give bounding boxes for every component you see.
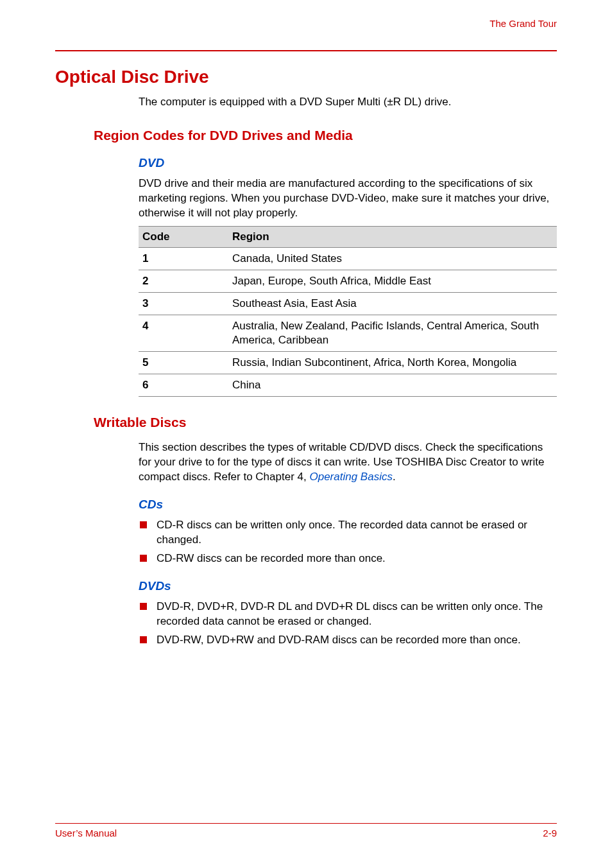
header-rule: [55, 50, 557, 51]
bullet-icon: [140, 521, 147, 528]
cell-code: 6: [139, 374, 228, 397]
heading-optical-disc-drive: Optical Disc Drive: [55, 67, 557, 87]
heading-writable-discs: Writable Discs: [94, 415, 557, 430]
cell-region: Russia, Indian Subcontinent, Africa, Nor…: [228, 352, 557, 374]
heading-region-codes: Region Codes for DVD Drives and Media: [94, 128, 557, 143]
table-row: 2 Japan, Europe, South Africa, Middle Ea…: [139, 270, 557, 292]
cell-code: 4: [139, 315, 228, 352]
table-row: 6 China: [139, 374, 557, 397]
cell-region: Australia, New Zealand, Pacific Islands,…: [228, 315, 557, 352]
cell-region: China: [228, 374, 557, 397]
page-header: The Grand Tour: [55, 18, 557, 37]
writable-paragraph: This section describes the types of writ…: [139, 440, 557, 485]
table-header-row: Code Region: [139, 226, 557, 247]
list-item-text: CD-RW discs can be recorded more than on…: [157, 552, 386, 564]
cell-region: Southeast Asia, East Asia: [228, 292, 557, 315]
cds-list: CD-R discs can be written only once. The…: [139, 518, 557, 566]
list-item: DVD-R, DVD+R, DVD-R DL and DVD+R DL disc…: [139, 600, 557, 629]
cell-code: 5: [139, 352, 228, 374]
list-item-text: CD-R discs can be written only once. The…: [157, 519, 527, 546]
link-operating-basics[interactable]: Operating Basics: [309, 471, 392, 483]
dvds-list: DVD-R, DVD+R, DVD-R DL and DVD+R DL disc…: [139, 600, 557, 648]
region-codes-table: Code Region 1 Canada, United States 2 Ja…: [139, 226, 557, 397]
col-code: Code: [139, 226, 228, 247]
page-footer: User’s Manual 2-9: [55, 823, 557, 838]
bullet-icon: [140, 603, 147, 610]
list-item-text: DVD-RW, DVD+RW and DVD-RAM discs can be …: [157, 634, 521, 646]
cell-region: Japan, Europe, South Africa, Middle East: [228, 270, 557, 292]
cell-code: 1: [139, 247, 228, 270]
list-item: DVD-RW, DVD+RW and DVD-RAM discs can be …: [139, 633, 557, 648]
footer-rule: [55, 823, 557, 824]
writable-text-post: .: [393, 471, 396, 483]
heading-dvds: DVDs: [139, 579, 557, 593]
cell-region: Canada, United States: [228, 247, 557, 270]
bullet-icon: [140, 636, 147, 643]
table-row: 4 Australia, New Zealand, Pacific Island…: [139, 315, 557, 352]
footer-left: User’s Manual: [55, 828, 117, 838]
col-region: Region: [228, 226, 557, 247]
table-row: 3 Southeast Asia, East Asia: [139, 292, 557, 315]
intro-paragraph: The computer is equipped with a DVD Supe…: [139, 95, 557, 110]
heading-cds: CDs: [139, 498, 557, 512]
bullet-icon: [140, 555, 147, 562]
list-item: CD-R discs can be written only once. The…: [139, 518, 557, 548]
cell-code: 3: [139, 292, 228, 315]
dvd-paragraph: DVD drive and their media are manufactur…: [139, 177, 557, 221]
table-row: 5 Russia, Indian Subcontinent, Africa, N…: [139, 352, 557, 374]
list-item: CD-RW discs can be recorded more than on…: [139, 551, 557, 566]
table-row: 1 Canada, United States: [139, 247, 557, 270]
header-section-label: The Grand Tour: [489, 18, 557, 29]
footer-right: 2-9: [543, 828, 557, 838]
cell-code: 2: [139, 270, 228, 292]
heading-dvd: DVD: [139, 156, 557, 170]
list-item-text: DVD-R, DVD+R, DVD-R DL and DVD+R DL disc…: [157, 600, 543, 627]
